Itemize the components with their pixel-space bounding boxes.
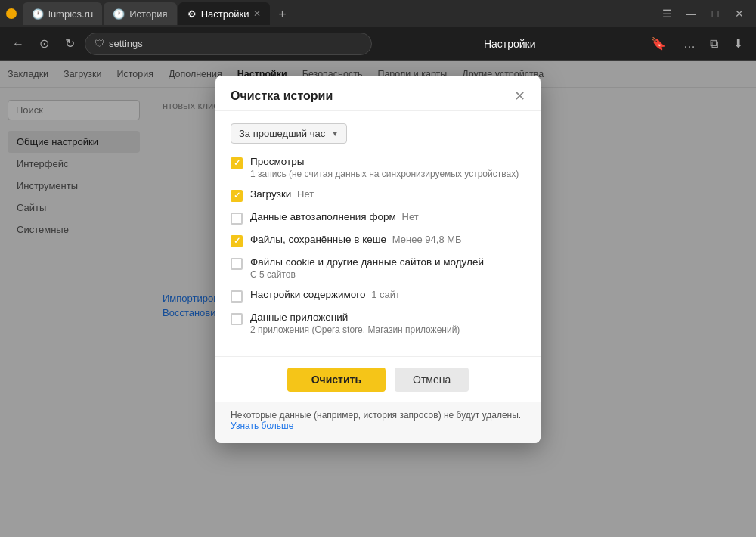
checkbox-row-cookies: Файлы cookie и другие данные сайтов и мо… [231, 256, 525, 280]
tab-history[interactable]: 🕐 История [104, 2, 176, 25]
page-title: Настройки [376, 38, 644, 50]
dialog-footer: Некоторые данные (например, история запр… [215, 402, 541, 443]
checkbox-cookies-content: Файлы cookie и другие данные сайтов и мо… [250, 256, 484, 280]
checkbox-app-data-input[interactable] [231, 313, 243, 325]
checkbox-cookies-label: Файлы cookie и другие данные сайтов и мо… [250, 256, 484, 268]
tab-close-icon[interactable]: ✕ [253, 8, 261, 19]
checkbox-row-browsing: Просмотры 1 запись (не считая данных на … [231, 156, 525, 179]
checkbox-cache-label: Файлы, сохранённые в кеше Менее 94,8 МБ [250, 234, 462, 245]
title-bar: 🕐 lumpics.ru 🕐 История ⚙ Настройки ✕ + ☰… [0, 0, 756, 27]
address-input[interactable]: 🛡 settings [85, 33, 372, 55]
checkbox-content-settings-input[interactable] [231, 290, 243, 303]
checkbox-cache-content: Файлы, сохранённые в кеше Менее 94,8 МБ [250, 234, 462, 245]
checkbox-row-cache: Файлы, сохранённые в кеше Менее 94,8 МБ [231, 234, 525, 247]
checkbox-app-data-label: Данные приложений [250, 312, 460, 323]
learn-more-link[interactable]: Узнать больше [231, 421, 293, 431]
dialog-header: Очистка истории ✕ [215, 76, 541, 111]
checkbox-autofill-input[interactable] [231, 213, 243, 225]
reload-button[interactable]: ↻ [59, 33, 80, 54]
tab-history-label: История [129, 8, 167, 20]
minimize-button[interactable]: — [680, 3, 702, 24]
tab-settings-icon: ⚙ [187, 8, 197, 20]
checkbox-row-downloads: Загрузки Нет [231, 188, 525, 202]
checkbox-browsing[interactable] [231, 157, 243, 169]
tab-history-icon: 🕐 [32, 8, 44, 20]
checkbox-cookies-input[interactable] [231, 258, 243, 270]
checkbox-cache-input[interactable] [231, 235, 243, 247]
account-button[interactable]: ⊙ [33, 33, 54, 54]
traffic-light-icon[interactable] [6, 8, 17, 19]
checkbox-autofill[interactable] [231, 213, 243, 225]
checkbox-autofill-label: Данные автозаполнения форм Нет [250, 211, 419, 222]
checkbox-row-autofill: Данные автозаполнения форм Нет [231, 211, 525, 225]
tab-lumpics-label: lumpics.ru [48, 8, 93, 20]
dialog-actions: Очистить Отмена [215, 356, 541, 402]
tab-lumpics[interactable]: 🕐 lumpics.ru [23, 2, 102, 25]
checkbox-app-data[interactable] [231, 313, 243, 325]
dialog-title: Очистка истории [231, 89, 333, 103]
close-button[interactable]: ✕ [729, 3, 750, 24]
checkbox-browsing-input[interactable] [231, 157, 243, 169]
modal-overlay: Очистка истории ✕ За прошедший час ▼ [0, 61, 756, 537]
dialog-close-button[interactable]: ✕ [514, 89, 525, 103]
tabs-icon[interactable]: ⧉ [703, 33, 724, 54]
main-area: Закладки Загрузки История Дополнения Нас… [0, 61, 756, 537]
window-controls: ☰ — □ ✕ [656, 3, 750, 24]
checkbox-downloads-content: Загрузки Нет [250, 188, 314, 200]
time-select-label: За прошедший час [239, 128, 325, 139]
checkbox-app-data-content: Данные приложений 2 приложения (Opera st… [250, 312, 460, 335]
new-tab-button[interactable]: + [271, 4, 293, 25]
checkbox-content-settings[interactable] [231, 290, 243, 303]
checkbox-downloads-label: Загрузки Нет [250, 188, 314, 200]
more-icon[interactable]: … [679, 33, 700, 54]
checkbox-cache[interactable] [231, 235, 243, 247]
checkbox-browsing-content: Просмотры 1 запись (не считая данных на … [250, 156, 519, 179]
tabs-area: 🕐 lumpics.ru 🕐 История ⚙ Настройки ✕ + [17, 2, 656, 25]
checkbox-content-settings-content: Настройки содержимого 1 сайт [250, 289, 400, 300]
back-button[interactable]: ← [8, 33, 29, 54]
menu-icon[interactable]: ☰ [656, 3, 677, 24]
checkbox-cookies[interactable] [231, 258, 243, 270]
tab-icon-2: 🕐 [113, 8, 125, 20]
checkbox-downloads-input[interactable] [231, 190, 243, 202]
checkbox-autofill-content: Данные автозаполнения форм Нет [250, 211, 419, 222]
content-wrapper: Закладки Загрузки История Дополнения Нас… [0, 61, 756, 537]
maximize-button[interactable]: □ [705, 3, 726, 24]
tab-settings[interactable]: ⚙ Настройки ✕ [178, 2, 271, 25]
checkbox-cookies-sublabel: С 5 сайтов [250, 269, 484, 280]
toolbar-separator [674, 36, 674, 51]
dialog-footer-text: Некоторые данные (например, история запр… [231, 410, 521, 421]
cancel-button[interactable]: Отмена [395, 368, 469, 392]
tab-settings-label: Настройки [201, 8, 249, 20]
clear-history-dialog: Очистка истории ✕ За прошедший час ▼ [215, 76, 541, 443]
dialog-body: За прошедший час ▼ Просмотры 1 запись (н… [215, 111, 541, 356]
checkbox-downloads[interactable] [231, 190, 243, 202]
checkbox-content-settings-label: Настройки содержимого 1 сайт [250, 289, 400, 300]
checkbox-browsing-label: Просмотры [250, 156, 519, 167]
checkbox-app-data-sublabel: 2 приложения (Opera store, Магазин прило… [250, 324, 460, 335]
time-select[interactable]: За прошедший час ▼ [231, 123, 347, 144]
checkbox-row-app-data: Данные приложений 2 приложения (Opera st… [231, 312, 525, 335]
bookmark-icon[interactable]: 🔖 [648, 33, 669, 54]
address-text: settings [109, 38, 143, 49]
checkbox-browsing-sublabel: 1 запись (не считая данных на синхронизи… [250, 169, 519, 179]
chevron-down-icon: ▼ [331, 129, 339, 138]
download-icon[interactable]: ⬇ [727, 33, 748, 54]
shield-icon: 🛡 [94, 38, 104, 49]
checkbox-row-content-settings: Настройки содержимого 1 сайт [231, 289, 525, 303]
clear-button[interactable]: Очистить [287, 368, 386, 392]
address-bar: ← ⊙ ↻ 🛡 settings Настройки 🔖 … ⧉ ⬇ [0, 27, 756, 61]
toolbar-icons: 🔖 … ⧉ ⬇ [648, 33, 748, 54]
